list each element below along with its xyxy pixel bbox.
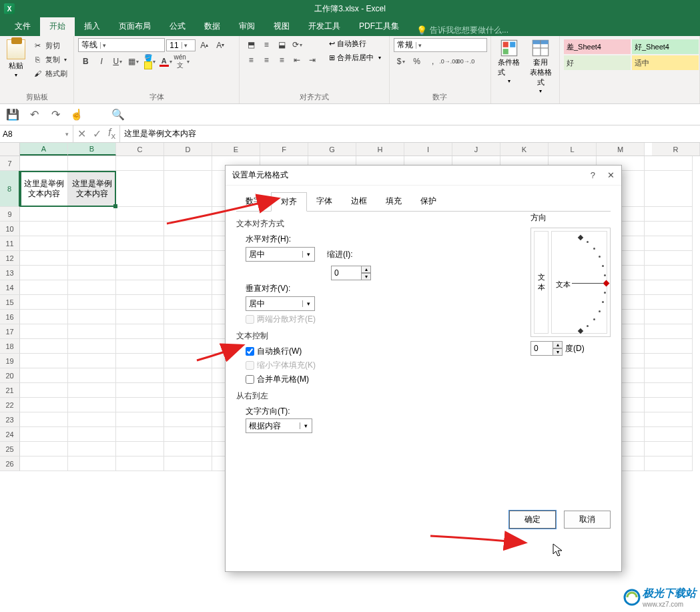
cell[interactable] xyxy=(20,236,68,251)
tab-home[interactable]: 开始 xyxy=(40,17,75,36)
col-header-B[interactable]: B xyxy=(68,143,116,156)
cell[interactable] xyxy=(20,354,68,368)
cell[interactable] xyxy=(116,339,164,354)
cell[interactable] xyxy=(20,280,68,295)
accounting-format-button[interactable]: $ xyxy=(394,55,408,68)
col-header-F[interactable]: F xyxy=(260,143,308,156)
vertical-text-button[interactable]: 文本 xyxy=(534,231,549,334)
cell-style-neutral[interactable]: 适中 xyxy=(632,55,699,70)
text-direction-combo[interactable]: 根据内容▾ xyxy=(246,418,312,433)
dlg-tab-alignment[interactable]: 对齐 xyxy=(271,192,307,212)
cell[interactable] xyxy=(20,310,68,324)
save-button[interactable]: 💾 xyxy=(5,107,20,122)
cell[interactable] xyxy=(645,427,693,442)
row-header-18[interactable]: 18 xyxy=(0,339,20,354)
cell[interactable] xyxy=(164,280,212,295)
copy-button[interactable]: ⎘复制▾ xyxy=(31,53,69,65)
cell[interactable] xyxy=(164,310,212,324)
tell-me-input[interactable]: 💡告诉我您想要做什么... xyxy=(408,25,508,36)
cell[interactable] xyxy=(116,222,164,236)
decrease-indent-button[interactable]: ⇤ xyxy=(290,53,304,67)
tab-page-layout[interactable]: 页面布局 xyxy=(109,17,160,36)
cell[interactable] xyxy=(20,339,68,354)
cell[interactable] xyxy=(164,427,212,442)
row-header-11[interactable]: 11 xyxy=(0,236,20,251)
cell[interactable] xyxy=(68,310,116,324)
cell[interactable] xyxy=(68,339,116,354)
cell[interactable] xyxy=(68,427,116,442)
cell[interactable]: 这里是举例文本内容 xyxy=(20,171,68,207)
underline-button[interactable]: U xyxy=(110,55,125,68)
merge-cells-checkbox[interactable]: 合并单元格(M) xyxy=(246,374,611,385)
cell[interactable] xyxy=(68,354,116,368)
cell[interactable] xyxy=(68,456,116,471)
increase-indent-button[interactable]: ⇥ xyxy=(305,53,320,67)
tab-data[interactable]: 数据 xyxy=(195,17,230,36)
align-top-button[interactable]: ⬒ xyxy=(244,38,258,51)
row-header-23[interactable]: 23 xyxy=(0,412,20,427)
cell[interactable] xyxy=(164,456,212,471)
ok-button[interactable]: 确定 xyxy=(509,511,556,529)
tab-insert[interactable]: 插入 xyxy=(75,17,109,36)
cell-style-good2[interactable]: 好_Sheet4 xyxy=(632,39,699,54)
row-header-25[interactable]: 25 xyxy=(0,442,20,456)
cell[interactable]: 这里是举例文本内容 xyxy=(68,171,116,207)
cell[interactable] xyxy=(645,171,693,207)
cell[interactable] xyxy=(164,295,212,310)
cell[interactable] xyxy=(116,266,164,280)
degrees-spinner[interactable]: ▴▾ xyxy=(531,341,563,356)
cell[interactable] xyxy=(68,295,116,310)
merge-center-button[interactable]: ⊞合并后居中▾ xyxy=(326,52,384,63)
dialog-title-bar[interactable]: 设置单元格格式 ? ✕ xyxy=(226,166,621,186)
fill-color-button[interactable]: 🪣 xyxy=(142,55,157,68)
cell[interactable] xyxy=(116,383,164,398)
cell[interactable] xyxy=(164,398,212,412)
dlg-tab-number[interactable]: 数字 xyxy=(236,192,271,211)
help-button[interactable]: ? xyxy=(591,170,595,180)
increase-font-button[interactable]: A▴ xyxy=(197,39,212,52)
border-button[interactable]: ▦ xyxy=(126,55,141,68)
enter-formula-icon[interactable]: ✓ xyxy=(93,127,101,140)
cell[interactable] xyxy=(116,236,164,251)
font-size-combo[interactable]: 11▾ xyxy=(166,39,196,51)
align-right-button[interactable]: ≡ xyxy=(274,53,289,67)
cell[interactable] xyxy=(68,383,116,398)
cell[interactable] xyxy=(645,222,693,236)
dlg-tab-font[interactable]: 字体 xyxy=(307,192,342,211)
row-header-9[interactable]: 9 xyxy=(0,207,20,222)
paste-button[interactable]: 粘贴 ▾ xyxy=(4,38,28,79)
cell[interactable] xyxy=(645,456,693,471)
cell[interactable] xyxy=(645,236,693,251)
col-header-D[interactable]: D xyxy=(164,143,212,156)
dlg-tab-fill[interactable]: 填充 xyxy=(376,192,411,211)
cell[interactable] xyxy=(68,266,116,280)
print-preview-button[interactable]: 🔍 xyxy=(111,107,125,122)
cell[interactable] xyxy=(645,442,693,456)
cell[interactable] xyxy=(164,339,212,354)
col-header-L[interactable]: L xyxy=(549,143,597,156)
formula-input[interactable]: 这里是举例文本内容 xyxy=(120,125,700,142)
increase-decimal-button[interactable]: .0→.00 xyxy=(442,55,456,68)
cell[interactable] xyxy=(645,266,693,280)
cell[interactable] xyxy=(116,310,164,324)
cell[interactable] xyxy=(68,280,116,295)
undo-button[interactable]: ↶ xyxy=(27,107,41,122)
dlg-tab-border[interactable]: 边框 xyxy=(342,192,376,211)
cell[interactable] xyxy=(164,324,212,339)
cell[interactable] xyxy=(20,295,68,310)
redo-button[interactable]: ↷ xyxy=(48,107,63,122)
row-header-13[interactable]: 13 xyxy=(0,266,20,280)
col-header-C[interactable]: C xyxy=(116,143,164,156)
deg-up[interactable]: ▴ xyxy=(553,341,563,348)
cell[interactable] xyxy=(645,251,693,266)
cell[interactable] xyxy=(164,266,212,280)
cell[interactable] xyxy=(20,456,68,471)
cell[interactable] xyxy=(164,383,212,398)
col-header-R[interactable]: R xyxy=(652,143,700,156)
cell[interactable] xyxy=(116,207,164,222)
cell[interactable] xyxy=(164,368,212,383)
cell-style-good[interactable]: 好 xyxy=(564,55,631,70)
cell[interactable] xyxy=(164,412,212,427)
cell[interactable] xyxy=(20,383,68,398)
cell[interactable] xyxy=(645,368,693,383)
